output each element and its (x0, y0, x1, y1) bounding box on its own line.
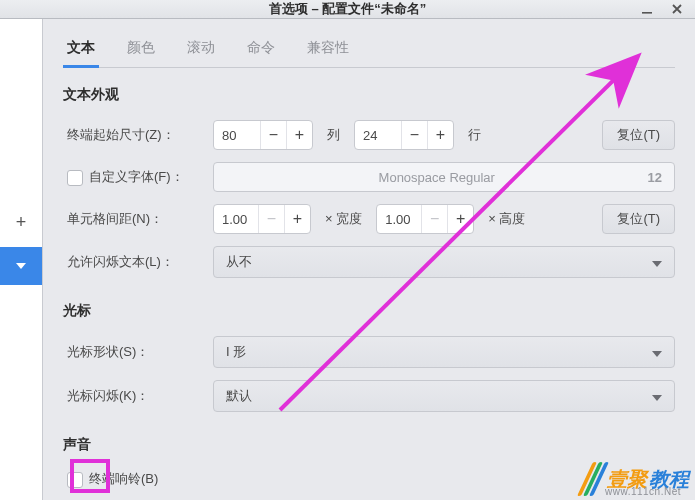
chevron-down-icon (16, 263, 26, 269)
cols-spinner[interactable]: − + (213, 120, 313, 150)
font-name: Monospace Regular (226, 170, 648, 185)
font-size: 12 (648, 170, 662, 185)
close-button[interactable] (667, 0, 687, 19)
label-cursor-blink: 光标闪烁(K)： (63, 387, 203, 405)
cursor-blink-dropdown[interactable]: 默认 (213, 380, 675, 412)
custom-font-checkbox[interactable] (67, 170, 83, 186)
row-cursor-shape: 光标形状(S)： I 形 (63, 336, 675, 368)
window-body: + 文本 颜色 滚动 命令 兼容性 文本外观 终端起始尺寸(Z)： − + (0, 19, 695, 500)
cell-width-input[interactable] (214, 212, 258, 227)
tab-color[interactable]: 颜色 (125, 33, 157, 67)
label-custom-font: 自定义字体(F)： (63, 168, 203, 186)
cursor-shape-value: I 形 (226, 343, 246, 361)
cursor-shape-dropdown[interactable]: I 形 (213, 336, 675, 368)
plus-icon: + (16, 212, 27, 233)
cell-width-unit: × 宽度 (321, 210, 366, 228)
reset-size-button[interactable]: 复位(T) (602, 120, 675, 150)
tab-compat[interactable]: 兼容性 (305, 33, 351, 67)
tab-scroll[interactable]: 滚动 (185, 33, 217, 67)
label-blink-text: 允许闪烁文本(L)： (63, 253, 203, 271)
row-custom-font: 自定义字体(F)： Monospace Regular 12 (63, 162, 675, 192)
preferences-window: 首选项 – 配置文件“未命名” + 文本 颜色 滚动 命令 (0, 0, 695, 500)
rows-minus[interactable]: − (401, 121, 427, 149)
row-initial-size: 终端起始尺寸(Z)： − + 列 − + 行 复位(T) (63, 120, 675, 150)
rows-input[interactable] (355, 128, 401, 143)
cols-minus[interactable]: − (260, 121, 286, 149)
window-title: 首选项 – 配置文件“未命名” (269, 0, 426, 18)
cell-height-spinner[interactable]: − + (376, 204, 474, 234)
terminal-bell-checkbox[interactable] (67, 472, 83, 488)
content-area: 文本 颜色 滚动 命令 兼容性 文本外观 终端起始尺寸(Z)： − + 列 − … (43, 19, 695, 500)
cols-unit: 列 (323, 126, 344, 144)
cell-height-plus[interactable]: + (447, 205, 473, 233)
rows-unit: 行 (464, 126, 485, 144)
cell-width-plus[interactable]: + (284, 205, 310, 233)
add-profile-button[interactable]: + (0, 19, 42, 239)
cell-width-minus[interactable]: − (258, 205, 284, 233)
titlebar-controls (637, 0, 687, 18)
cell-height-input[interactable] (377, 212, 421, 227)
section-sound-title: 声音 (63, 436, 675, 454)
svg-rect-0 (642, 12, 652, 14)
cell-height-minus[interactable]: − (421, 205, 447, 233)
chevron-down-icon (652, 255, 662, 270)
cols-plus[interactable]: + (286, 121, 312, 149)
profile-sidebar: + (0, 19, 43, 500)
label-cursor-shape: 光标形状(S)： (63, 343, 203, 361)
blink-text-dropdown[interactable]: 从不 (213, 246, 675, 278)
section-cursor-title: 光标 (63, 302, 675, 320)
tab-bar: 文本 颜色 滚动 命令 兼容性 (63, 29, 675, 68)
chevron-down-icon (652, 389, 662, 404)
row-terminal-bell: 终端响铃(B) (63, 470, 675, 488)
rows-spinner[interactable]: − + (354, 120, 454, 150)
cell-width-spinner[interactable]: − + (213, 204, 311, 234)
blink-text-value: 从不 (226, 253, 252, 271)
row-cursor-blink: 光标闪烁(K)： 默认 (63, 380, 675, 412)
minimize-button[interactable] (637, 0, 657, 19)
row-blink-text: 允许闪烁文本(L)： 从不 (63, 246, 675, 278)
section-appearance-title: 文本外观 (63, 86, 675, 104)
label-initial-size: 终端起始尺寸(Z)： (63, 126, 203, 144)
row-cell-spacing: 单元格间距(N)： − + × 宽度 − + × 高度 复位(T) (63, 204, 675, 234)
label-cell-spacing: 单元格间距(N)： (63, 210, 203, 228)
cell-height-unit: × 高度 (484, 210, 529, 228)
tab-text[interactable]: 文本 (65, 33, 97, 67)
cursor-blink-value: 默认 (226, 387, 252, 405)
reset-spacing-button[interactable]: 复位(T) (602, 204, 675, 234)
rows-plus[interactable]: + (427, 121, 453, 149)
tab-command[interactable]: 命令 (245, 33, 277, 67)
label-terminal-bell: 终端响铃(B) (63, 470, 158, 488)
font-chooser-button[interactable]: Monospace Regular 12 (213, 162, 675, 192)
profile-menu-button[interactable] (0, 247, 42, 285)
cols-input[interactable] (214, 128, 260, 143)
titlebar: 首选项 – 配置文件“未命名” (0, 0, 695, 19)
chevron-down-icon (652, 345, 662, 360)
